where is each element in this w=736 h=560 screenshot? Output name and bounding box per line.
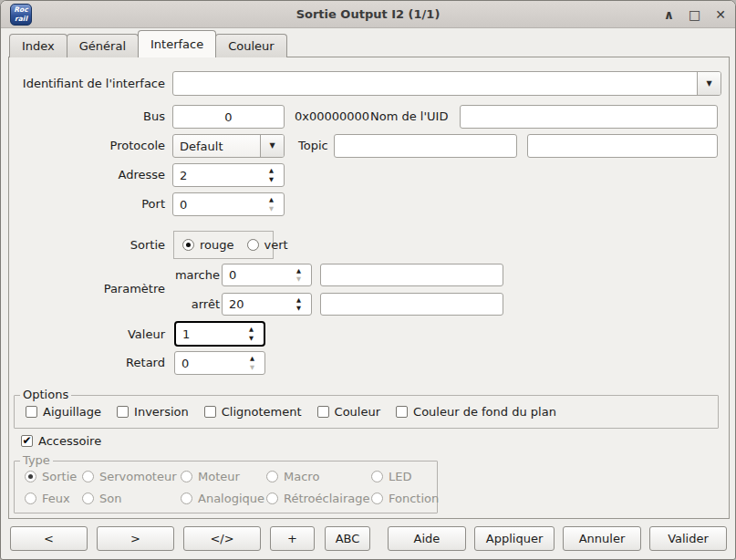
interface-id-dropdown-button[interactable]: ▼: [697, 72, 720, 95]
radio-rouge[interactable]: rouge: [182, 238, 234, 252]
radio-button-icon[interactable]: [182, 239, 194, 251]
value-input[interactable]: [176, 323, 236, 345]
tab-index[interactable]: Index: [9, 34, 67, 57]
checkbox-couleur-fond-plan[interactable]: Couleur de fond du plan: [396, 405, 556, 419]
spin-up-icon[interactable]: ▲: [269, 168, 274, 174]
port-input[interactable]: [173, 193, 256, 215]
radio-button-icon[interactable]: [181, 493, 192, 504]
checkbox-icon[interactable]: [396, 406, 408, 418]
protocol-dropdown-button[interactable]: ▼: [260, 135, 284, 157]
spin-up-icon[interactable]: ▲: [249, 327, 254, 333]
checkbox-icon[interactable]: [21, 435, 33, 447]
spin-down-icon[interactable]: ▼: [269, 177, 274, 183]
port-spinner[interactable]: ▲▼: [172, 192, 285, 216]
uid-name-input[interactable]: [460, 105, 718, 129]
titlebar[interactable]: Roc rail Sortie Output I2 (1/1) ∧ □ ✕: [1, 1, 735, 28]
radio-button-icon[interactable]: [25, 471, 36, 482]
uid-name-label: Nom de l'UID: [370, 105, 448, 129]
parameter-on-text-input[interactable]: [320, 264, 503, 286]
checkbox-aiguillage[interactable]: Aiguillage: [26, 405, 101, 419]
radio-button-icon[interactable]: [371, 471, 383, 482]
cancel-button[interactable]: Annuler: [563, 526, 641, 551]
radio-button-icon[interactable]: [25, 493, 36, 504]
radio-type-led-label: LED: [389, 470, 411, 483]
radio-button-icon[interactable]: [266, 493, 278, 504]
radio-type-led[interactable]: LED: [371, 470, 411, 483]
value-spinner[interactable]: ▲▼: [174, 321, 265, 347]
radio-type-moteur[interactable]: Moteur: [181, 470, 240, 483]
shade-icon[interactable]: ∧: [664, 8, 674, 21]
apply-button[interactable]: Appliquer: [474, 526, 555, 551]
help-button[interactable]: Aide: [388, 526, 466, 551]
tab-couleur[interactable]: Couleur: [215, 34, 286, 57]
spin-up-icon[interactable]: ▲: [296, 297, 301, 304]
radio-vert-label: vert: [264, 238, 288, 252]
checkbox-icon[interactable]: [317, 406, 329, 418]
radio-type-sortie-label: Sortie: [42, 470, 77, 483]
radio-vert[interactable]: vert: [247, 238, 288, 252]
spin-down-icon[interactable]: ▼: [296, 276, 301, 283]
parameter-on-spinner[interactable]: ▲▼: [222, 264, 312, 286]
radio-button-icon[interactable]: [82, 493, 94, 504]
spin-down-icon[interactable]: ▼: [269, 206, 274, 213]
spin-up-icon[interactable]: ▲: [269, 197, 274, 203]
topic-input-1[interactable]: [334, 134, 517, 158]
radio-type-sortie[interactable]: Sortie: [25, 470, 77, 483]
xml-button-label: </>: [210, 532, 233, 545]
tab-general[interactable]: Général: [67, 34, 139, 57]
checkbox-icon[interactable]: [117, 406, 129, 418]
radio-type-servomoteur-label: Servomoteur: [99, 470, 177, 483]
parameter-off-input[interactable]: [223, 294, 284, 315]
radio-button-icon[interactable]: [181, 471, 192, 482]
checkbox-inversion-label: Inversion: [134, 405, 189, 419]
radio-type-retroeclairage[interactable]: Rétroéclairage: [266, 492, 369, 505]
delay-spinner[interactable]: ▲▼: [174, 351, 265, 375]
checkbox-icon[interactable]: [204, 406, 216, 418]
checkbox-accessoire[interactable]: Accessoire: [21, 434, 101, 448]
spin-down-icon[interactable]: ▼: [250, 365, 254, 371]
abc-button[interactable]: ABC: [325, 526, 370, 551]
parameter-off-text-input[interactable]: [320, 293, 503, 316]
radio-type-servomoteur[interactable]: Servomoteur: [82, 470, 177, 483]
delay-input[interactable]: [175, 352, 237, 374]
parameter-off-spinner[interactable]: ▲▼: [222, 293, 312, 316]
radio-type-macro[interactable]: Macro: [266, 470, 319, 483]
ok-button-label: Valider: [668, 532, 709, 545]
radio-type-son-label: Son: [99, 492, 121, 505]
tab-interface[interactable]: Interface: [138, 30, 216, 57]
address-input[interactable]: [173, 164, 256, 186]
spin-up-icon[interactable]: ▲: [250, 356, 254, 362]
prev-button[interactable]: <: [10, 526, 88, 551]
radio-button-icon[interactable]: [82, 471, 94, 482]
spinner-arrows: ▲▼: [296, 297, 301, 312]
checkbox-icon[interactable]: [26, 406, 37, 418]
radio-type-analogique[interactable]: Analogique: [181, 492, 264, 505]
radio-button-icon[interactable]: [247, 239, 259, 251]
radio-type-retroeclairage-label: Rétroéclairage: [284, 492, 369, 505]
interface-id-combobox[interactable]: ▼: [172, 71, 721, 96]
protocol-select[interactable]: Default ▼: [172, 134, 285, 158]
next-button[interactable]: >: [97, 526, 174, 551]
spin-up-icon[interactable]: ▲: [296, 268, 301, 275]
xml-button[interactable]: </>: [183, 526, 261, 551]
checkbox-inversion[interactable]: Inversion: [117, 405, 189, 419]
spin-down-icon[interactable]: ▼: [296, 306, 301, 312]
radio-type-son[interactable]: Son: [82, 492, 121, 505]
parameter-on-input[interactable]: [223, 264, 284, 285]
maximize-icon[interactable]: □: [689, 8, 700, 21]
close-icon[interactable]: ✕: [715, 8, 726, 21]
address-spinner[interactable]: ▲▼: [172, 163, 285, 187]
radio-type-feux[interactable]: Feux: [25, 492, 70, 505]
radio-type-fonction[interactable]: Fonction: [371, 492, 439, 505]
topic-input-2[interactable]: [527, 134, 718, 158]
apply-button-label: Appliquer: [486, 532, 543, 545]
tab-couleur-label: Couleur: [228, 39, 274, 53]
checkbox-couleur[interactable]: Couleur: [317, 405, 380, 419]
add-button[interactable]: +: [270, 526, 315, 551]
bus-input[interactable]: [172, 105, 285, 129]
radio-button-icon[interactable]: [266, 471, 278, 482]
spin-down-icon[interactable]: ▼: [249, 336, 254, 342]
checkbox-clignotement[interactable]: Clignotement: [204, 405, 302, 419]
radio-button-icon[interactable]: [371, 493, 383, 504]
ok-button[interactable]: Valider: [649, 526, 727, 551]
